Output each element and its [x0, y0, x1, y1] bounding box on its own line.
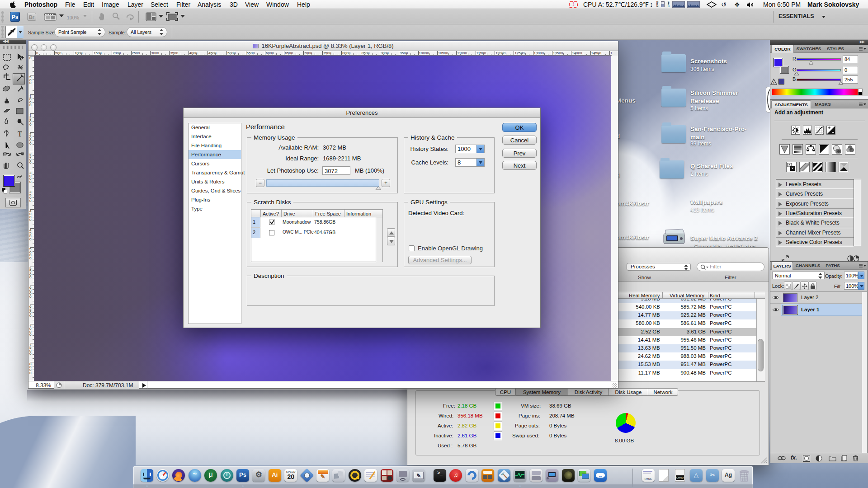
svg-text:!: ! — [773, 81, 774, 85]
svg-text:T: T — [18, 130, 22, 138]
